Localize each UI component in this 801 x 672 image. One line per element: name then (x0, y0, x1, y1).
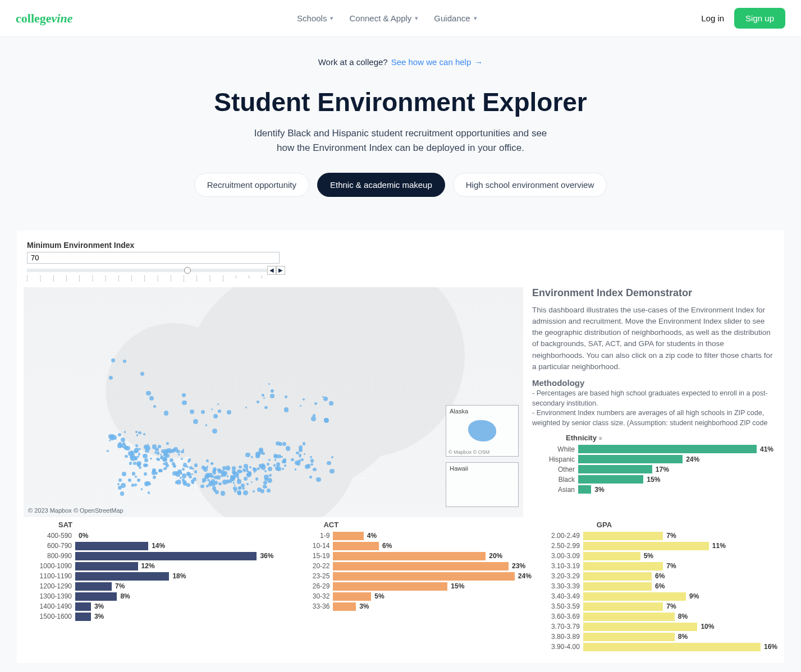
bar-row: Asian3% (532, 485, 774, 494)
bar[interactable] (75, 562, 138, 570)
bar-label: 3.10-3.19 (539, 562, 583, 570)
tab-ethnic-academic[interactable]: Ethnic & academic makeup (317, 173, 445, 197)
hero-note-link[interactable]: See how we can help → (391, 57, 483, 67)
bar-value: 6% (655, 582, 665, 590)
bar-value: 15% (451, 582, 464, 590)
bar[interactable] (583, 643, 761, 651)
bar[interactable] (75, 592, 117, 601)
bar[interactable] (578, 445, 757, 453)
bar-value: 36% (260, 552, 273, 560)
logo[interactable]: collegevine (16, 11, 72, 26)
bar-value: 8% (678, 613, 688, 620)
bar[interactable] (333, 572, 514, 581)
bar-value: 0% (79, 532, 88, 540)
chart-title: SAT (58, 521, 273, 529)
login-link[interactable]: Log in (701, 13, 724, 23)
bar[interactable] (333, 542, 379, 550)
bar-label: 800-990 (24, 552, 75, 560)
bar-value: 16% (764, 643, 777, 651)
bar[interactable] (578, 485, 591, 494)
bar[interactable] (583, 633, 675, 641)
bar-label: 3.30-3.39 (539, 582, 583, 590)
bar[interactable] (583, 552, 640, 560)
bar-value: 5% (644, 552, 653, 560)
chart-sat: SAT 400-5900%600-79014%800-99036%1000-10… (24, 521, 273, 653)
bar-row: 1200-12907% (24, 582, 273, 591)
bar[interactable] (583, 613, 675, 621)
bar-row: 10-146% (281, 542, 531, 550)
nav-item-schools[interactable]: Schools▾ (297, 13, 333, 23)
inset-label: Hawaii (450, 465, 468, 472)
inset-hawaii[interactable]: Hawaii (446, 462, 519, 507)
hero: Work at a college? See how we can help →… (0, 37, 801, 210)
bar[interactable] (583, 623, 698, 631)
bar[interactable] (75, 602, 91, 611)
slider-next-button[interactable]: ▶ (276, 266, 285, 275)
bar[interactable] (333, 532, 363, 540)
bar-row: 26-2915% (281, 582, 531, 591)
bar[interactable] (75, 552, 257, 560)
bar-row: White41% (532, 445, 774, 453)
bar-value: 7% (666, 532, 676, 540)
page-title: Student Environment Explorer (0, 87, 801, 117)
bar-value: 41% (760, 445, 773, 453)
logo-text-a: college (16, 11, 52, 25)
info-title: Environment Index Demonstrator (532, 287, 774, 299)
bar-row: 30-325% (281, 592, 531, 601)
bar-value: 18% (172, 572, 186, 580)
bar-label: White (532, 445, 578, 453)
bar[interactable] (583, 562, 663, 570)
bar[interactable] (578, 465, 652, 473)
sort-icon[interactable]: ≡ (599, 435, 602, 441)
bar[interactable] (583, 532, 663, 540)
inset-label: Alaska (450, 408, 468, 415)
slider-value-input[interactable] (27, 252, 280, 264)
bar-label: 3.40-3.49 (539, 592, 583, 600)
bar-value: 3% (94, 602, 104, 610)
bar[interactable] (333, 602, 356, 611)
bar-value: 7% (666, 562, 676, 570)
bar[interactable] (333, 582, 447, 591)
signup-button[interactable]: Sign up (734, 8, 785, 29)
bar[interactable] (583, 602, 663, 611)
bar-label: 1100-1190 (24, 572, 75, 580)
map-attribution: © 2023 Mapbox © OpenStreetMap (28, 507, 123, 514)
bar[interactable] (333, 592, 371, 601)
bar-row: 400-5900% (24, 532, 273, 540)
bar-label: 1300-1390 (24, 592, 75, 600)
methodology-1: - Percentages are based high school grad… (532, 389, 774, 408)
inset-alaska[interactable]: Alaska © Mapbox © OSM (446, 405, 519, 457)
map[interactable]: © 2023 Mapbox © OpenStreetMap Alaska © M… (24, 287, 523, 517)
bar[interactable] (75, 582, 112, 591)
bar[interactable] (333, 552, 486, 560)
nav-item-connect[interactable]: Connect & Apply▾ (349, 13, 418, 23)
slider-prev-button[interactable]: ◀ (267, 266, 276, 275)
bar[interactable] (578, 475, 643, 484)
bar[interactable] (333, 562, 509, 570)
bar-label: 1000-1090 (24, 562, 75, 570)
bar-label: 10-14 (281, 542, 333, 550)
bar-row: 3.80-3.898% (539, 633, 777, 641)
bar-row: 3.90-4.0016% (539, 643, 777, 651)
bar[interactable] (75, 542, 148, 550)
page-sub1: Identify Black and Hispanic student recr… (0, 126, 801, 141)
bar-value: 15% (647, 476, 660, 484)
bar[interactable] (583, 572, 652, 581)
tab-recruitment[interactable]: Recruitment opportunity (194, 173, 309, 197)
bar[interactable] (75, 572, 169, 581)
bar[interactable] (583, 542, 709, 550)
bar-value: 8% (120, 592, 130, 600)
tab-environment-overview[interactable]: High school environment overview (453, 173, 607, 197)
bar-row: 3.40-3.499% (539, 592, 777, 601)
bar[interactable] (75, 613, 91, 621)
bar[interactable] (583, 592, 686, 601)
nav-center: Schools▾ Connect & Apply▾ Guidance▾ (297, 13, 477, 23)
bar[interactable] (583, 582, 652, 591)
bar[interactable] (578, 455, 683, 463)
chart-title: ACT (323, 521, 531, 529)
nav-item-guidance[interactable]: Guidance▾ (434, 13, 477, 23)
slider-track[interactable] (27, 269, 267, 272)
slider-thumb[interactable] (184, 267, 191, 274)
logo-text-b: vine (52, 11, 73, 25)
bar-label: 1-9 (281, 532, 333, 540)
